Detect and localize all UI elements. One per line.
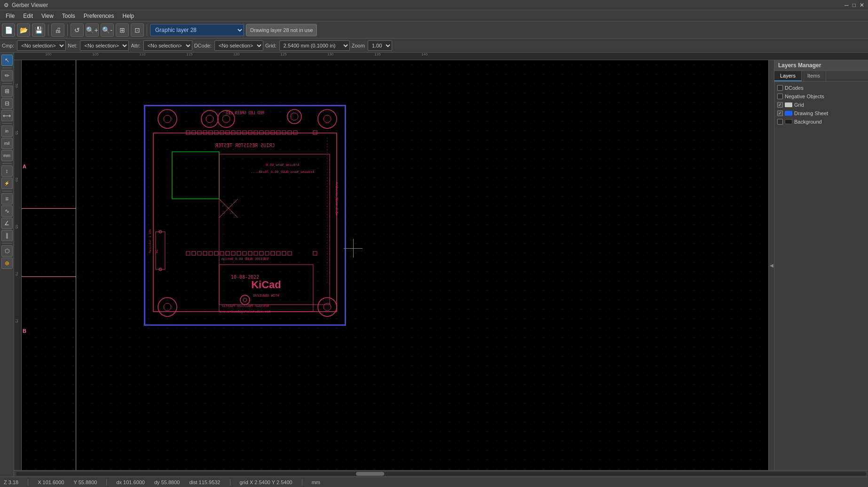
layer-select[interactable]: Graphic layer 28 [150,24,244,36]
tab-layers[interactable]: Layers [774,71,802,81]
layer-name-grid: Grid [794,102,804,108]
svg-text:KiCad: KiCad [251,279,281,291]
open-button[interactable]: 📂 [17,24,30,37]
draw-tool[interactable]: ✏ [1,70,13,81]
layer-status-button[interactable]: Drawing layer 28 not in use [246,24,317,36]
svg-rect-47 [243,251,246,255]
grid-select[interactable]: 2.5400 mm (0.1000 in) [279,40,350,51]
layer-checkbox-background[interactable] [777,119,783,125]
svg-point-74 [291,113,298,120]
svg-rect-27 [276,131,280,134]
cmp-label: Cmp: [2,43,14,48]
layer-tool-1[interactable]: ≡ [1,193,13,204]
svg-text:www.criusdigitalstudio.com: www.criusdigitalstudio.com [219,310,271,314]
menu-file[interactable]: File [2,12,18,20]
svg-rect-37 [186,251,190,255]
reload-button[interactable]: ↺ [71,24,84,37]
scroll-track[interactable] [16,472,866,476]
close-button[interactable]: ✕ [860,2,864,8]
save-button[interactable]: 💾 [32,24,45,37]
tab-items[interactable]: Items [802,71,826,81]
marker-a: A [23,164,26,169]
svg-rect-50 [260,251,263,255]
layer-checkbox-negative-objects[interactable] [777,94,783,99]
grid-tool[interactable]: ⊞ [1,86,13,97]
scroll-thumb[interactable] [356,472,384,476]
menu-view[interactable]: View [38,12,57,20]
tool-sep-2 [2,83,12,84]
layer-item-negative-objects[interactable]: Negative Objects [774,92,868,101]
ruler-mark-350: 115 [186,53,192,56]
zoom-out-button[interactable]: 🔍- [101,24,114,37]
titlebar: ⚙ Gerber Viewer ─ □ ✕ [0,0,868,10]
polygon-tool[interactable]: ⬡ [1,245,13,257]
svg-point-6 [158,298,177,316]
svg-rect-49 [254,251,258,255]
svg-rect-19 [231,131,235,134]
svg-rect-23 [254,131,258,134]
menu-edit[interactable]: Edit [19,12,37,20]
menu-tools[interactable]: Tools [58,12,79,20]
status-grid: grid X 2.5400 Y 2.5400 [240,479,292,485]
svg-text:CRIUS RESISTOR TESTER: CRIUS RESISTOR TESTER [215,143,275,148]
toolbar-sep-2 [67,24,68,36]
pcb-board: RED LED GREEN LED [144,105,346,326]
layer-checkbox-dcodes[interactable] [777,85,783,91]
layer-checkbox-grid[interactable]: ✓ [777,102,783,108]
measure-tool[interactable]: ⊟ [1,98,13,109]
layer-tool-2[interactable]: ∿ [1,205,13,217]
layer-tool-4[interactable]: ∥ [1,230,13,241]
ruler-v-50: 50 [15,84,19,88]
zoom-in-button[interactable]: 🔍+ [86,24,99,37]
attr-select[interactable]: <No selection> [143,40,192,51]
zoom-select[interactable]: 1.00 [368,40,392,51]
new-button[interactable]: 📄 [2,24,15,37]
svg-rect-21 [243,131,246,134]
menu-preferences[interactable]: Preferences [80,12,118,20]
menu-help[interactable]: Help [119,12,138,20]
layer-checkbox-drawing-sheet[interactable]: ✓ [777,110,783,116]
status-sep-4 [302,479,302,486]
ruler-mark-50: 100 [45,53,51,56]
tool-sep-5 [2,191,12,191]
svg-rect-52 [271,251,275,255]
attr-label: Attr: [131,43,140,48]
svg-rect-26 [271,131,275,134]
minimize-button[interactable]: ─ [844,2,849,8]
menubar: File Edit View Tools Preferences Help [0,10,868,22]
layer-item-drawing-sheet[interactable]: ✓ Drawing Sheet [774,109,868,118]
zoom-fit-button[interactable]: ⊞ [116,24,129,37]
zoom-area-button[interactable]: ⊡ [131,24,144,37]
layers-content: DCodes Negative Objects ✓ Grid [774,82,868,470]
secondary-toolbar: Cmp: <No selection> Net: <No selection> … [0,39,868,53]
dcode-select[interactable]: <No selection> [214,40,263,51]
left-toolbar: ↖ ✏ ⊞ ⊟ ⟷ in mil mm ↕ ⚡ ≡ ∿ ∠ ∥ ⬡ ⊕ [0,53,14,477]
svg-text:DESIGNED WITH: DESIGNED WITH [253,294,279,298]
unit-mm[interactable]: mm [1,150,13,161]
ruler-v-550: 75 [15,319,19,323]
layer-item-background[interactable]: Background [774,118,868,126]
select-tool[interactable]: ↖ [1,55,13,66]
horizontal-scrollbar[interactable] [14,470,868,477]
unit-mil[interactable]: mil [1,138,13,149]
flip-tool[interactable]: ↕ [1,165,13,177]
net-select[interactable]: <No selection> [80,40,129,51]
main-canvas[interactable]: A B [22,60,768,470]
horizontal-line-bottom [22,276,76,277]
unit-in[interactable]: in [1,126,13,137]
svg-rect-42 [214,251,218,255]
maximize-button[interactable]: □ [852,2,856,8]
cmp-select[interactable]: <No selection> [17,40,66,51]
layer-item-dcodes[interactable]: DCodes [774,84,868,92]
layer-item-grid[interactable]: ✓ Grid [774,101,868,109]
component-tool[interactable]: ⚡ [1,178,13,189]
layer-tool-3[interactable]: ∠ [1,218,13,229]
svg-text:R1: R1 [155,249,158,253]
ruler-v-250: 60 [15,178,19,182]
svg-point-73 [287,110,301,124]
panel-collapse-button[interactable]: ◀ [768,60,774,470]
distance-tool[interactable]: ⟷ [1,110,13,121]
print-button[interactable]: 🖨 [51,24,64,37]
svg-rect-0 [145,106,345,325]
fill-tool[interactable]: ⊕ [1,258,13,269]
